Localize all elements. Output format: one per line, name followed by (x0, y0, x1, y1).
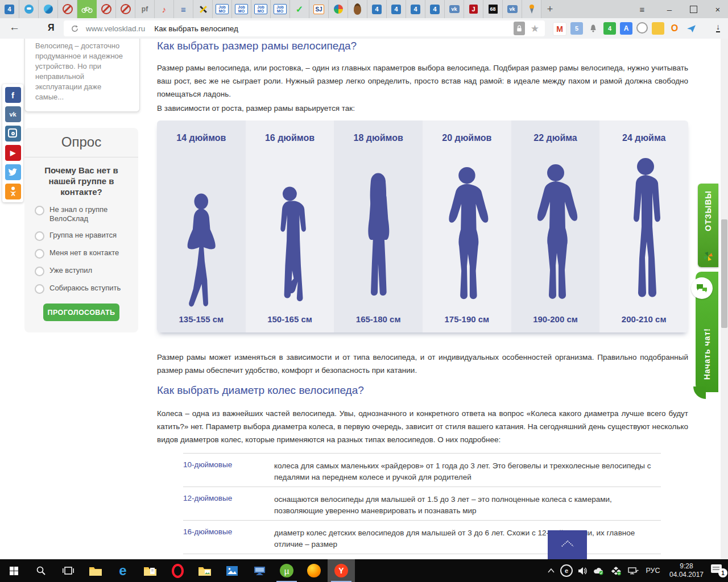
documents-folder-button[interactable] (136, 559, 164, 582)
speaker-icon (578, 567, 588, 575)
start-button[interactable] (0, 559, 27, 582)
youtube-icon[interactable]: ▶ (5, 145, 21, 161)
sync-client-tray-icon[interactable] (607, 559, 624, 582)
instagram-icon[interactable] (5, 126, 21, 142)
vote-button[interactable]: ПРОГОЛОСОВАТЬ (43, 304, 119, 321)
bookmark-star-icon[interactable]: ★ (531, 23, 539, 35)
photos-app-button[interactable] (218, 559, 246, 582)
poll-option[interactable]: Собираюсь вступить (35, 284, 138, 294)
tab-j-music[interactable]: J (464, 0, 483, 18)
refresh-icon[interactable] (71, 24, 79, 33)
cloud-sync-tray-icon[interactable] (590, 559, 607, 582)
radio-button[interactable] (35, 249, 44, 259)
site-url[interactable]: www.velosklad.ru (86, 24, 145, 33)
action-center-button[interactable]: 1 (709, 559, 728, 582)
yandex-browser-button[interactable]: Y (328, 559, 355, 582)
yandex-logo[interactable]: Я (48, 23, 55, 33)
radio-button[interactable] (35, 267, 44, 276)
tab-superjob[interactable]: SJ (309, 0, 329, 18)
tab-4pda-5[interactable]: 4 (425, 0, 445, 18)
tab-torch[interactable] (522, 0, 541, 18)
network-tray-icon[interactable] (624, 559, 642, 582)
file-explorer-button[interactable] (82, 559, 109, 582)
tab-vk-1[interactable]: vk (445, 0, 464, 18)
poll-option[interactable]: Не знал о группе ВелоСклад (35, 205, 138, 223)
tab-blocked-3[interactable] (116, 0, 135, 18)
task-view-button[interactable] (55, 559, 82, 582)
magnet-extension-icon[interactable]: O (668, 22, 681, 35)
new-tab-button[interactable]: + (541, 0, 559, 18)
opera-button[interactable] (164, 559, 191, 582)
tab-blocked-2[interactable] (97, 0, 116, 18)
plane-extension-icon[interactable] (685, 22, 697, 35)
tray-expand-button[interactable] (544, 559, 559, 582)
vk-icon[interactable]: vk (5, 106, 21, 122)
wheel-size-link[interactable]: 12-дюймовые (183, 490, 274, 517)
tab-yandex-music[interactable]: ♪ (155, 0, 174, 18)
tab-job-mo-4[interactable]: Job MO (271, 0, 290, 18)
blocked-icon (101, 4, 111, 14)
poll-option[interactable]: Группа не нравится (35, 231, 138, 241)
tab-blocked-1[interactable] (58, 0, 77, 18)
wheel-size-link[interactable]: 16-дюймовые (183, 524, 274, 550)
tab-acorn[interactable] (348, 0, 367, 18)
translate-extension-icon[interactable]: А (620, 22, 632, 35)
firefox-button[interactable] (300, 559, 328, 582)
gmail-extension-icon[interactable]: M (553, 22, 566, 36)
edge-button[interactable]: e (109, 559, 136, 582)
browser-menu-icon[interactable]: ≡ (635, 5, 649, 14)
cloud-icon (593, 566, 605, 575)
tab-ball[interactable] (39, 0, 58, 18)
download-icon[interactable]: ↓ (716, 23, 720, 32)
tab-4pda-3[interactable]: 4 (387, 0, 406, 18)
maximize-button[interactable] (690, 6, 697, 13)
wheel-size-link[interactable]: 10-дюймовые (183, 457, 274, 483)
radio-button[interactable] (35, 231, 44, 241)
minimize-button[interactable]: – (663, 5, 676, 14)
tab-colors[interactable] (329, 0, 348, 18)
twitter-icon[interactable] (5, 164, 21, 180)
tab-job-mo-2[interactable]: Job MO (232, 0, 251, 18)
poll-option[interactable]: Меня нет в контакте (35, 248, 138, 259)
tab-pf[interactable]: pf (135, 0, 155, 18)
url-input[interactable]: www.velosklad.ru Как выбрать велосипед ★ (64, 20, 545, 36)
pictures-folder-button[interactable] (191, 559, 218, 582)
tab-job-mo-1[interactable]: Job MO (213, 0, 232, 18)
notes-extension-icon[interactable] (652, 22, 664, 35)
language-indicator[interactable]: РУС (642, 559, 664, 582)
tab-4pda-4[interactable]: 4 (406, 0, 425, 18)
tab-club-68[interactable]: 68 (483, 0, 503, 18)
taskbar-clock[interactable]: 9:28 04.04.2017 (664, 559, 709, 582)
tab-tools[interactable] (193, 0, 213, 18)
radio-button[interactable] (35, 206, 44, 215)
volume-tray-icon[interactable] (574, 559, 590, 582)
reviews-tab[interactable]: ОТЗЫВЫ (698, 184, 718, 267)
tab-chat[interactable] (19, 0, 39, 18)
lock-icon[interactable] (514, 22, 525, 35)
tab-vk-2[interactable]: vk (503, 0, 522, 18)
facebook-icon[interactable]: f (5, 87, 21, 103)
chat-widget[interactable]: Начать чат! (696, 272, 718, 392)
tab-check[interactable]: ✓ (290, 0, 309, 18)
taskbar-search-button[interactable] (27, 559, 55, 582)
tab-job-mo-3[interactable]: Job MO (251, 0, 271, 18)
scrollbar-thumb[interactable] (721, 219, 727, 328)
eset-tray-icon[interactable]: e (559, 559, 574, 582)
back-button[interactable]: ← (9, 21, 20, 34)
bell-extension-icon[interactable] (587, 22, 599, 35)
tab-4pda[interactable]: 4 (0, 0, 19, 18)
drop-extension-icon[interactable] (636, 22, 648, 34)
pc-display-button[interactable] (246, 559, 273, 582)
close-button[interactable]: × (711, 5, 725, 14)
utorrent-button[interactable]: µ (273, 559, 300, 582)
tab-velosklad-active[interactable] (77, 0, 97, 18)
shield-extension-icon[interactable]: 4 (603, 22, 616, 35)
cloud-extension-icon[interactable]: 5 (570, 22, 583, 35)
tab-book[interactable]: ≡ (174, 0, 193, 18)
radio-button[interactable] (35, 284, 44, 294)
odnoklassniki-icon[interactable] (5, 184, 21, 199)
poll-option[interactable]: Уже вступил (35, 266, 138, 276)
scroll-to-top-button[interactable] (548, 530, 587, 559)
sidebar-article-snippet[interactable]: Велосипед – достаточно продуманное и над… (24, 39, 140, 112)
tab-4pda-2[interactable]: 4 (367, 0, 387, 18)
